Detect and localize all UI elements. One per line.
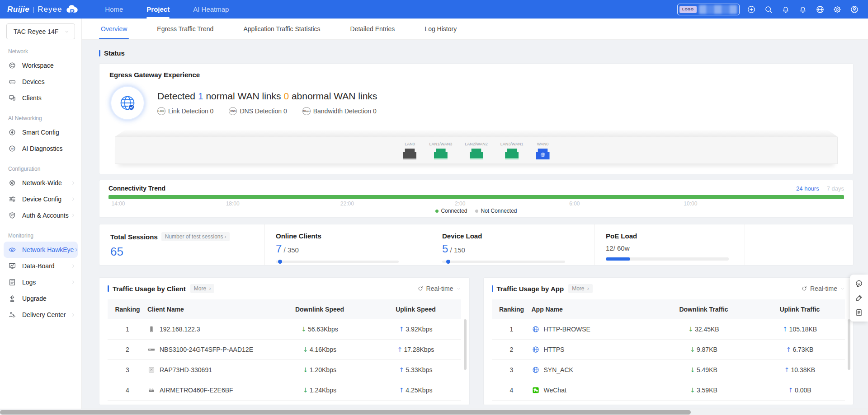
- search-button[interactable]: [763, 4, 774, 15]
- poe-load-progress: [606, 257, 729, 261]
- tab-detailed-entries[interactable]: Detailed Entries: [349, 19, 397, 39]
- app-table-row[interactable]: 4 WeChat ↓3.59KB ↑0.00B: [492, 380, 845, 401]
- connectivity-legend: ConnectedNot Connected: [108, 208, 844, 214]
- gateway-info: Detected 1 normal WAN links 0 abnormal W…: [157, 91, 377, 115]
- client-table-card-header: Traffic Usage by Client More › Real-time: [108, 284, 461, 293]
- sidebar-item-devices[interactable]: Devices: [0, 74, 81, 90]
- client-table-row[interactable]: 1 192.168.122.3 ↓56.63Kbps ↑3.92Kbps: [108, 319, 461, 340]
- connectivity-bar[interactable]: [108, 195, 844, 199]
- lan-port-icon: [470, 149, 483, 159]
- ranking-cell: 3: [492, 366, 532, 373]
- app-table-more-link[interactable]: More ›: [568, 284, 593, 293]
- downlink-cell: ↓3.59KB: [653, 387, 755, 394]
- logs-icon: [8, 278, 16, 286]
- auth-accounts-icon: [8, 211, 16, 219]
- ranking-cell: 3: [108, 366, 147, 373]
- port-lan2-wan2[interactable]: LAN2/WAN2: [465, 142, 488, 159]
- sidebar-item-network-hawkeye[interactable]: Network HawkEye: [4, 242, 78, 258]
- range-24-hours[interactable]: 24 hours: [796, 185, 819, 192]
- range-7-days[interactable]: 7 days: [827, 185, 844, 192]
- client-table-row[interactable]: 2 NBS3100-24GT4SFP-P-AAD12E ↓4.16Kbps ↑1…: [108, 340, 461, 360]
- sidebar-item-auth-accounts[interactable]: Auth & Accounts: [0, 207, 81, 224]
- down-arrow-icon: ↓: [688, 326, 693, 333]
- uplink-cell: ↑3.92Kbps: [371, 326, 461, 333]
- sidebar-item-device-config[interactable]: Device Config: [0, 191, 81, 207]
- port-lan3-wan1[interactable]: LAN3/WAN1: [500, 142, 524, 159]
- live-chat-button[interactable]: [854, 279, 863, 288]
- sidebar-item-ai-diagnostics[interactable]: AI AI Diagnostics: [0, 140, 81, 157]
- sidebar-item-data-board[interactable]: Data-Board: [0, 258, 81, 274]
- client-table-scrollbar[interactable]: [464, 319, 467, 370]
- port-lan1-wan3[interactable]: LAN1/WAN3: [429, 142, 452, 159]
- horizontal-scrollbar-thumb[interactable]: [0, 410, 691, 415]
- tab-overview[interactable]: Overview: [99, 19, 129, 39]
- sidebar-item-upgrade[interactable]: Upgrade: [0, 290, 81, 307]
- sidebar-section-label: Network: [8, 48, 81, 55]
- chevron-right-icon: [71, 213, 76, 218]
- ap-icon: [147, 366, 156, 374]
- app-table-row[interactable]: 3 SYN_ACK ↓5.49KB ↑10.38KB: [492, 360, 845, 380]
- client-table-row[interactable]: 4 AIRMETRO460F-E2E6BF ↓1.24Kbps ↑4.25Kbp…: [108, 380, 461, 401]
- online-clients-value: 7: [276, 242, 282, 255]
- client-table-more-link[interactable]: More ›: [190, 284, 215, 293]
- sidebar-item-logs[interactable]: Logs: [0, 274, 81, 290]
- chevron-right-icon: ›: [224, 233, 226, 240]
- tab-log-history[interactable]: Log History: [423, 19, 458, 39]
- time-tick: 2:00: [455, 201, 465, 207]
- nav-project[interactable]: Project: [135, 0, 181, 19]
- test-sessions-link[interactable]: Number of test sessions›: [161, 232, 230, 241]
- ranking-cell: 2: [492, 346, 532, 353]
- horizontal-scrollbar[interactable]: [0, 409, 868, 415]
- gateway-card-title: Egress Gateway Experience: [109, 71, 843, 79]
- sidebar-item-clients[interactable]: Clients: [0, 90, 81, 106]
- stat-total-sessions: Total Sessions Number of test sessions› …: [99, 224, 264, 265]
- column-header: Downlink Traffic: [653, 306, 755, 313]
- brand-logo[interactable]: Ruijie | Reyee: [0, 5, 85, 14]
- app-table-row[interactable]: 2 HTTPS ↓9.87KB ↑6.73KB: [492, 340, 845, 360]
- tab-egress-traffic-trend[interactable]: Egress Traffic Trend: [155, 19, 215, 39]
- chevron-down-icon: [456, 286, 461, 291]
- brand-ruijie: Ruijie: [7, 5, 29, 14]
- up-arrow-icon: ↑: [786, 346, 792, 353]
- account-pill[interactable]: LOGO: [677, 4, 740, 15]
- sidebar-item-smart-config[interactable]: Smart Config: [0, 124, 81, 140]
- port-wan0[interactable]: WAN0: [536, 142, 550, 159]
- account-avatar-button[interactable]: [849, 4, 860, 15]
- app-table-scrollbar[interactable]: [848, 319, 850, 370]
- downlink-cell: ↓4.16Kbps: [269, 346, 371, 353]
- nav-ai-heatmap[interactable]: AI Heatmap: [181, 0, 241, 19]
- phone-icon: [147, 325, 156, 333]
- app-table-row[interactable]: 1 HTTP-BROWSE ↓32.45KB ↑105.18KB: [492, 319, 845, 340]
- feedback-pen-button[interactable]: [854, 294, 863, 303]
- port-lan0[interactable]: LAN0: [403, 142, 416, 159]
- brand-divider: |: [33, 5, 34, 13]
- nav-home[interactable]: Home: [93, 0, 135, 19]
- app-table-realtime-dropdown[interactable]: Real-time: [801, 285, 845, 292]
- bridge-icon: [147, 386, 156, 394]
- sidebar-item-delivery-center[interactable]: Delivery Center: [0, 307, 81, 323]
- add-button[interactable]: [746, 4, 757, 15]
- alarm-bell-button[interactable]: [780, 4, 791, 15]
- sidebar-item-network-wide[interactable]: Network-Wide: [0, 175, 81, 191]
- project-selector[interactable]: TAC Reyee 14F: [6, 23, 75, 39]
- client-table-realtime-dropdown[interactable]: Real-time: [417, 285, 461, 292]
- column-header: Client Name: [147, 306, 269, 313]
- sidebar-section-monitoring: Monitoring Network HawkEye Data-Board Lo…: [0, 233, 81, 323]
- settings-gear-button[interactable]: [832, 4, 843, 15]
- client-table-header-row: RankingClient NameDownlink SpeedUplink S…: [108, 299, 461, 319]
- tab-bar: OverviewEgress Traffic TrendApplication …: [82, 19, 868, 40]
- progress-fill: [606, 257, 630, 261]
- time-tick: 18:00: [226, 201, 240, 207]
- tab-application-traffic-statistics[interactable]: Application Traffic Statistics: [241, 19, 322, 39]
- sidebar-item-workspace[interactable]: Workspace: [0, 57, 81, 74]
- language-globe-button[interactable]: [815, 4, 826, 15]
- progress-dot: [446, 260, 450, 264]
- device-panel-face: LAN0 LAN1/WAN3 LAN2/WAN2 LAN3/WAN1 WAN0: [115, 137, 838, 164]
- message-bell-button[interactable]: [797, 4, 808, 15]
- main-area: OverviewEgress Traffic TrendApplication …: [82, 19, 868, 415]
- online-clients-title: Online Clients: [276, 232, 431, 240]
- client-table-row[interactable]: 3 RAP73HD-330691 ↓1.20Kbps ↑5.33Kbps: [108, 360, 461, 380]
- name-cell: HTTP-BROWSE: [532, 325, 653, 333]
- document-clipboard-button[interactable]: [854, 308, 863, 317]
- down-arrow-icon: ↓: [690, 387, 695, 394]
